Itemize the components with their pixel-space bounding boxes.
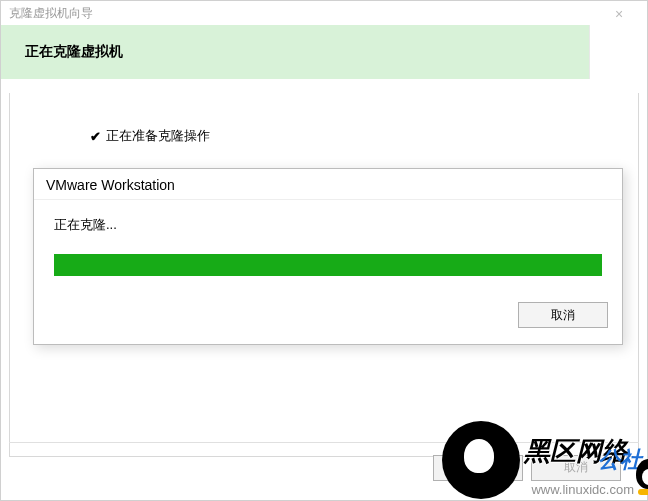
step-row: ✔ 正在准备克隆操作 <box>90 127 638 145</box>
progress-fill <box>54 254 602 276</box>
step-label: 正在准备克隆操作 <box>106 127 638 145</box>
checkmark-icon: ✔ <box>90 129 106 144</box>
progress-bar <box>54 254 602 276</box>
dialog-footer: 取消 <box>34 290 622 344</box>
wizard-footer: 关闭 取消 <box>9 442 639 492</box>
dialog-title: VMware Workstation <box>34 169 622 200</box>
wizard-header-title: 正在克隆虚拟机 <box>1 25 589 79</box>
dialog-body: 正在克隆... <box>34 200 622 290</box>
window-title: 克隆虚拟机向导 <box>9 5 93 22</box>
wizard-header: 正在克隆虚拟机 <box>1 25 647 79</box>
progress-message: 正在克隆... <box>54 216 602 234</box>
cloning-progress-dialog: VMware Workstation 正在克隆... 取消 <box>33 168 623 345</box>
cancel-button[interactable]: 取消 <box>518 302 608 328</box>
cancel-button[interactable]: 取消 <box>531 455 621 481</box>
titlebar: 克隆虚拟机向导 × <box>1 1 647 25</box>
wizard-header-graphic <box>589 25 647 79</box>
close-button[interactable]: 关闭 <box>433 455 523 481</box>
close-icon: × <box>615 6 623 22</box>
